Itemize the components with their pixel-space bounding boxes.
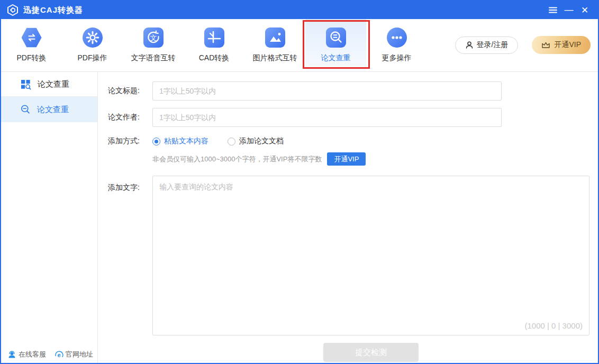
sidebar-section-header: 论文查重 <box>1 72 97 97</box>
nav-items: PDF转换 PDF操作 <box>1 19 427 71</box>
minimize-button[interactable]: — <box>561 3 577 17</box>
sidebar: 论文查重 论文查重 <box>1 72 98 363</box>
more-dots-icon <box>387 28 407 48</box>
nav-item-paper-check[interactable]: 论文查重 <box>305 19 366 71</box>
nav-item-more[interactable]: 更多操作 <box>366 19 427 71</box>
sidebar-item-paper-check[interactable]: 论文查重 <box>1 97 97 122</box>
nav-item-pdf-convert[interactable]: PDF转换 <box>1 19 62 71</box>
gear-icon <box>83 28 103 48</box>
radio-paste-text[interactable]: 粘贴文本内容 <box>152 136 208 146</box>
footer-links: 在线客服 e 官网地址 <box>7 350 93 359</box>
text-speech-icon: 文 <box>143 28 164 48</box>
add-method-options: 粘贴文本内容 添加论文文档 <box>152 135 284 146</box>
nav-right-actions: 登录/注册 开通VIP <box>455 36 591 54</box>
search-minus-icon <box>20 104 31 115</box>
svg-text:e: e <box>57 351 60 358</box>
paper-content-textarea[interactable] <box>152 176 589 335</box>
user-icon <box>465 41 474 49</box>
pdf-convert-icon <box>22 28 42 48</box>
paper-title-row: 论文标题: <box>108 81 598 101</box>
submit-check-button[interactable]: 提交检测 <box>323 343 419 362</box>
paper-check-icon <box>326 28 346 48</box>
app-window: 迅捷CAJ转换器 — ✕ PDF转换 <box>0 0 599 364</box>
official-site-label: 官网地址 <box>66 350 93 359</box>
paper-text-label: 添加文字: <box>108 176 152 335</box>
paper-text-wrap: (1000 | 0 | 3000) <box>152 176 589 335</box>
nav-label: CAD转换 <box>199 53 230 63</box>
radio-add-document-label: 添加论文文档 <box>239 136 284 146</box>
nav-label: 论文查重 <box>321 53 351 63</box>
app-logo-icon <box>6 4 19 16</box>
paper-check-category-icon <box>20 79 31 90</box>
vip-note-text: 非会员仅可输入1000~3000个字符，开通VIP将不限字数 <box>152 154 322 164</box>
open-vip-button[interactable]: 开通VIP <box>532 36 591 54</box>
nav-item-image-convert[interactable]: 图片格式互转 <box>244 19 305 71</box>
title-bar: 迅捷CAJ转换器 — ✕ <box>1 1 598 19</box>
radio-paste-text-label: 粘贴文本内容 <box>164 136 208 146</box>
paper-author-input[interactable] <box>152 108 502 127</box>
add-method-label: 添加方式: <box>108 135 152 146</box>
open-vip-small-button[interactable]: 开通VIP <box>327 152 366 166</box>
login-register-label: 登录/注册 <box>477 40 509 50</box>
crown-icon <box>541 41 550 49</box>
nav-label: 图片格式互转 <box>253 53 297 63</box>
radio-add-document[interactable]: 添加论文文档 <box>228 136 284 146</box>
top-navbar: PDF转换 PDF操作 <box>1 19 598 72</box>
paper-author-label: 论文作者: <box>108 108 152 127</box>
nav-item-cad-convert[interactable]: CAD转换 <box>184 19 244 71</box>
paper-title-input[interactable] <box>152 81 502 101</box>
svg-text:文: 文 <box>150 34 157 42</box>
note-spacer <box>108 157 152 161</box>
nav-label: 更多操作 <box>382 53 412 63</box>
paper-text-row: 添加文字: (1000 | 0 | 3000) <box>108 176 598 335</box>
nav-item-text-speech[interactable]: 文 文字语音互转 <box>123 19 184 71</box>
browser-e-icon: e <box>55 350 63 359</box>
login-register-button[interactable]: 登录/注册 <box>455 37 519 54</box>
vip-note-row: 非会员仅可输入1000~3000个字符，开通VIP将不限字数 开通VIP <box>108 152 598 166</box>
online-service-link[interactable]: 在线客服 <box>7 350 46 359</box>
open-vip-label: 开通VIP <box>554 40 581 50</box>
nav-label: 文字语音互转 <box>131 53 176 63</box>
app-title: 迅捷CAJ转换器 <box>23 5 83 15</box>
close-button[interactable]: ✕ <box>577 3 593 17</box>
sidebar-item-label: 论文查重 <box>37 105 69 115</box>
official-site-link[interactable]: e 官网地址 <box>55 350 93 359</box>
image-convert-icon <box>265 28 285 48</box>
main-area: 论文查重 论文查重 论文标题: 论文作者: 添加方式: <box>1 72 598 363</box>
paper-title-label: 论文标题: <box>108 81 152 101</box>
sidebar-section-title: 论文查重 <box>38 79 69 89</box>
nav-label: PDF操作 <box>78 53 107 63</box>
menu-icon[interactable] <box>545 3 561 17</box>
cad-convert-icon <box>204 28 224 48</box>
online-service-label: 在线客服 <box>19 350 46 359</box>
customer-service-icon <box>7 350 16 359</box>
paper-check-form: 论文标题: 论文作者: 添加方式: 粘贴文本内容 添加论文文档 <box>98 72 598 363</box>
add-method-row: 添加方式: 粘贴文本内容 添加论文文档 <box>108 135 598 146</box>
radio-circle <box>228 138 235 145</box>
submit-row: 提交检测 <box>108 343 589 362</box>
nav-item-pdf-operate[interactable]: PDF操作 <box>62 19 123 71</box>
paper-author-row: 论文作者: <box>108 108 598 127</box>
radio-circle <box>152 138 160 145</box>
nav-label: PDF转换 <box>17 53 47 63</box>
